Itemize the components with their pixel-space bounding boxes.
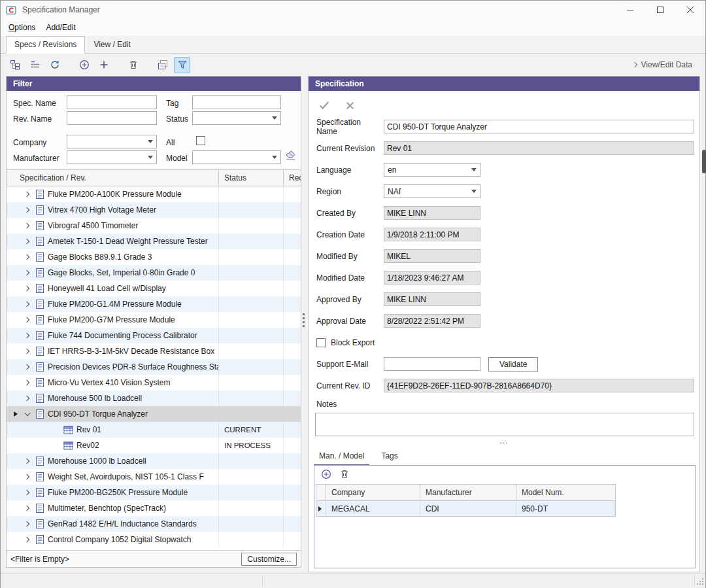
rev-name-input[interactable] (67, 111, 157, 125)
manufacturer-select[interactable] (67, 150, 157, 164)
expand-chevron-icon[interactable] (23, 286, 32, 290)
minimize-button[interactable] (615, 1, 645, 19)
expand-chevron-icon[interactable] (23, 491, 32, 494)
column-header-model-num[interactable]: Model Num. (516, 485, 614, 500)
add-man-model-icon[interactable] (321, 469, 331, 481)
expand-chevron-icon[interactable] (23, 522, 32, 526)
expand-chevron-icon[interactable] (23, 208, 32, 212)
tab-man-model[interactable]: Man. / Model (314, 448, 369, 466)
notes-textarea[interactable] (315, 413, 694, 436)
tree-row[interactable]: CDI 950-DT Torque Analyzer (7, 406, 301, 422)
window-scrollbar-thumb[interactable] (702, 150, 706, 173)
tree-row[interactable]: Fluke PM200-G7M Pressure Module (7, 312, 301, 328)
column-header-status[interactable]: Status (219, 170, 284, 186)
expand-chevron-icon[interactable] (23, 192, 32, 196)
tree-row[interactable]: Weight Set, Avoirdupois, NIST 105-1 Clas… (7, 469, 301, 485)
support-email-input[interactable] (384, 357, 480, 371)
tag-input[interactable] (192, 95, 281, 109)
dropdown-arrow-icon[interactable] (272, 156, 277, 159)
column-header-specification[interactable]: Specification / Rev. (7, 170, 219, 186)
block-export-checkbox[interactable] (316, 338, 326, 347)
tree-row[interactable]: Multimeter, Benchtop (SpecTrack) (7, 500, 301, 516)
add-revision-icon[interactable] (95, 57, 112, 73)
panel-splitter[interactable] (303, 313, 305, 315)
expand-chevron-icon[interactable] (23, 538, 32, 542)
tree-row[interactable]: Fluke PM200-A100K Pressure Module (7, 186, 301, 202)
model-select[interactable] (192, 150, 281, 164)
tab-specs-revisions[interactable]: Specs / Revisions (6, 36, 85, 54)
tree-row[interactable]: Rev 01 CURRENT (7, 422, 301, 438)
filter-icon[interactable] (174, 57, 190, 73)
expand-chevron-icon[interactable] (23, 224, 32, 228)
expand-chevron-icon[interactable] (23, 459, 32, 463)
menu-options[interactable]: Options (3, 20, 41, 35)
tree-row[interactable]: Vitrex 4700 High Voltage Meter (7, 202, 301, 218)
tree-row[interactable]: Micro-Vu Vertex 410 Vision System (7, 375, 301, 390)
cancel-x-icon[interactable] (342, 97, 358, 113)
company-select[interactable] (67, 135, 157, 148)
delete-man-model-icon[interactable] (339, 469, 350, 481)
tree-row[interactable]: Fluke PM200-G1.4M Pressure Module (7, 296, 301, 312)
tree-row[interactable]: Ametek T-150-1 Dead Weight Pressure Test… (7, 233, 301, 249)
expand-chevron-icon[interactable] (23, 318, 32, 322)
tab-tags[interactable]: Tags (376, 448, 403, 466)
close-button[interactable] (675, 1, 705, 19)
customize-button[interactable]: Customize... (241, 553, 297, 566)
clear-filter-eraser-icon[interactable] (284, 149, 297, 163)
dropdown-arrow-icon[interactable] (272, 116, 277, 120)
expand-chevron-icon[interactable] (23, 396, 32, 400)
dropdown-arrow-icon[interactable] (148, 140, 153, 143)
expand-chevron-icon[interactable] (23, 365, 32, 369)
tree-row[interactable]: Gage Blocks, Set, Imperial 0-80in Grade … (7, 265, 301, 281)
expand-chevron-icon[interactable] (23, 239, 32, 243)
expand-chevron-icon[interactable] (23, 334, 32, 337)
tree-row[interactable]: Honeywell 41 Load Cell w/Display (7, 281, 301, 296)
all-checkbox[interactable] (196, 136, 205, 145)
validate-button[interactable]: Validate (488, 357, 538, 372)
tree-row[interactable]: Fluke 744 Documenting Process Calibrator (7, 328, 301, 343)
expand-chevron-icon[interactable] (23, 271, 32, 275)
tree-row[interactable]: Gage Blocks B89.9.1 Grade 3 (7, 249, 301, 265)
expand-chevron-icon[interactable] (23, 349, 32, 353)
tree-row[interactable]: Morehouse 500 lb Loadcell (7, 390, 301, 406)
column-header-rec[interactable]: Rec (284, 170, 301, 186)
dropdown-arrow-icon[interactable] (471, 190, 477, 193)
expand-chevron-icon[interactable] (23, 255, 32, 259)
tree-row[interactable]: Morehouse 1000 lb Loadcell (7, 453, 301, 469)
status-select[interactable] (192, 111, 281, 125)
expand-chevron-icon[interactable] (23, 506, 32, 510)
copy-grid-icon[interactable] (154, 57, 171, 73)
tree-row[interactable]: Control Company 1052 Digital Stopwatch (7, 532, 301, 547)
menu-add-edit[interactable]: Add/Edit (41, 20, 80, 35)
column-header-manufacturer[interactable]: Manufacturer (420, 485, 516, 500)
refresh-icon[interactable] (46, 57, 63, 73)
expand-chevron-icon[interactable] (23, 475, 32, 479)
column-header-company[interactable]: Company (326, 485, 420, 500)
delete-icon[interactable] (125, 57, 141, 73)
add-specification-icon[interactable] (76, 57, 92, 73)
accept-check-icon[interactable] (316, 97, 332, 113)
tree-row[interactable]: Rev02 IN PROCESS (7, 438, 301, 453)
dropdown-arrow-icon[interactable] (148, 156, 153, 159)
notes-expander[interactable]: ... (309, 436, 699, 445)
spec-name-input[interactable] (67, 95, 157, 109)
resize-grip-icon[interactable] (696, 577, 704, 587)
tree-row[interactable]: Vibrograf 4500 Timometer (7, 218, 301, 233)
region-select[interactable]: NAf (384, 184, 480, 198)
hierarchy-view-icon[interactable] (7, 57, 24, 73)
man-model-row[interactable]: MEGACAL CDI 950-DT (316, 501, 616, 517)
tree-row[interactable]: GenRad 1482 E/H/L Inductance Standards (7, 516, 301, 532)
expand-chevron-icon[interactable] (23, 413, 32, 415)
specification-name-input[interactable] (384, 120, 694, 133)
dropdown-arrow-icon[interactable] (471, 168, 477, 171)
tab-view-edit[interactable]: View / Edit (85, 36, 139, 54)
expand-levels-icon[interactable] (27, 57, 43, 73)
language-select[interactable]: en (384, 163, 480, 177)
expand-chevron-icon[interactable] (23, 381, 32, 385)
expand-chevron-icon[interactable] (23, 302, 32, 306)
tree-row[interactable]: Fluke PM200-BG250K Pressure Module (7, 485, 301, 500)
tree-row[interactable]: IET HRRS-B-3-1M-5kV Decade Resistance Bo… (7, 343, 301, 359)
tree-row[interactable]: Precision Devices PDR-8 Surface Roughnes… (7, 359, 301, 375)
view-edit-data-link[interactable]: View/Edit Data (633, 60, 693, 69)
maximize-button[interactable] (645, 1, 675, 19)
